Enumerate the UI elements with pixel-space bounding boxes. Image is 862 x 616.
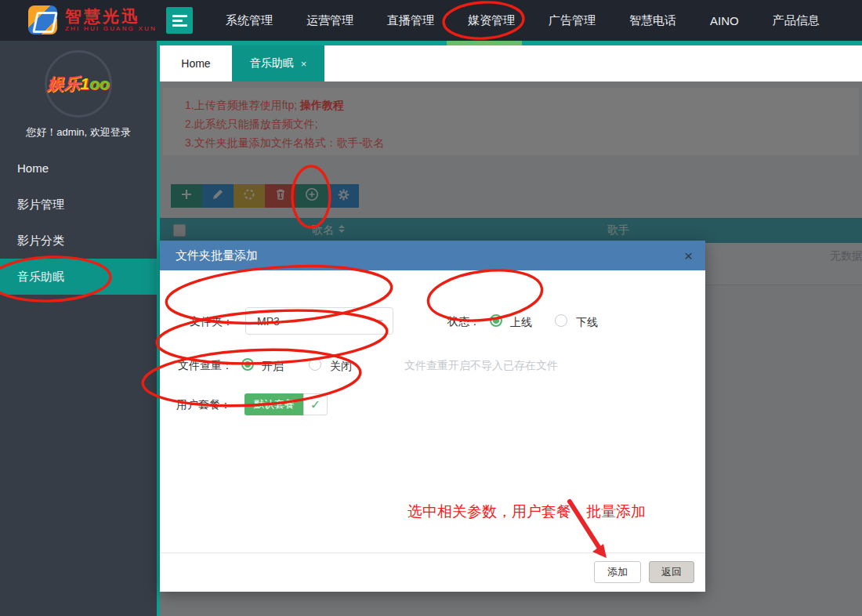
nav-item-system[interactable]: 系统管理 [226,13,273,28]
tab-home[interactable]: Home [160,45,232,82]
nav-item-aino[interactable]: AINO [710,14,739,27]
top-navbar: 智慧光迅 ZHI HUI GUANG XUN 系统管理 运营管理 直播管理 媒资… [0,0,862,41]
status-radio-offline[interactable] [555,314,567,327]
nav-item-live[interactable]: 直播管理 [387,13,434,28]
tab-music-sleep-label: 音乐助眠 [250,56,294,71]
tab-music-sleep[interactable]: 音乐助眠 × [232,45,324,82]
nav-item-phone[interactable]: 智慧电话 [629,13,676,28]
batch-add-modal: 文件夹批量添加 × 文件夹： MP3 状态： 上线 下线 文件查重： 开启 关闭… [160,241,705,592]
dedupe-on-label[interactable]: 开启 [262,360,284,374]
modal-footer: 添加 返回 [160,553,705,592]
avatar: 娱乐1oo [45,50,112,118]
plan-label: 用户套餐： [176,398,231,412]
folder-label: 文件夹： [190,315,234,329]
dedupe-label: 文件查重： [178,359,233,373]
dedupe-off-label[interactable]: 关闭 [330,360,352,374]
plan-check-icon[interactable]: ✓ [303,393,328,415]
dedupe-radio-off[interactable] [309,358,321,371]
status-radio-online[interactable] [490,314,502,327]
status-online-label[interactable]: 上线 [510,316,532,330]
modal-header: 文件夹批量添加 × [160,241,705,270]
sidebar-item-film-category[interactable]: 影片分类 [0,223,157,259]
dedupe-hint-text: 文件查重开启不导入已存在文件 [404,359,558,373]
plan-default-tag[interactable]: 默认套餐 [244,393,304,415]
sidebar-menu: Home 影片管理 影片分类 音乐助眠 [0,150,157,295]
annotation-text: 选中相关参数，用户套餐，批量添加 [407,502,690,522]
confirm-add-button[interactable]: 添加 [594,561,641,583]
back-button[interactable]: 返回 [649,561,694,583]
sidebar-item-films[interactable]: 影片管理 [0,187,157,223]
nav-item-ads[interactable]: 广告管理 [549,13,596,28]
modal-title: 文件夹批量添加 [176,248,684,263]
chevron-down-icon [375,320,383,324]
greeting-text: 您好！admin, 欢迎登录 [0,125,157,140]
dedupe-radio-on[interactable] [241,358,254,371]
sidebar-item-home[interactable]: Home [0,150,157,187]
folder-select-value: MP3 [257,315,280,328]
menu-toggle-button[interactable] [166,7,193,34]
avatar-logo-text: 娱乐1oo [47,73,109,95]
nav-active-indicator [447,41,522,45]
brand-title: 智慧光迅 [65,8,157,25]
status-offline-label[interactable]: 下线 [576,316,598,330]
brand-subtitle: ZHI HUI GUANG XUN [65,25,157,32]
modal-body: 文件夹： MP3 状态： 上线 下线 文件查重： 开启 关闭 文件查重开启不导入… [160,270,705,553]
sidebar-item-music-sleep[interactable]: 音乐助眠 [0,259,157,295]
sidebar: 娱乐1oo 您好！admin, 欢迎登录 Home 影片管理 影片分类 音乐助眠 [0,41,157,616]
nav-item-product[interactable]: 产品信息 [773,13,820,28]
brand-logo: 智慧光迅 ZHI HUI GUANG XUN [28,5,157,34]
brand-logo-icon [28,5,57,34]
status-label: 状态： [447,315,480,329]
navbar-menu: 系统管理 运营管理 直播管理 媒资管理 广告管理 智慧电话 AINO 产品信息 [226,0,820,41]
app-root: 智慧光迅 ZHI HUI GUANG XUN 系统管理 运营管理 直播管理 媒资… [0,0,862,616]
tab-close-icon[interactable]: × [301,58,307,70]
nav-item-media[interactable]: 媒资管理 [468,13,515,28]
nav-item-operations[interactable]: 运营管理 [306,13,353,28]
tab-bar: Home 音乐助眠 × [160,45,862,82]
folder-select[interactable]: MP3 [245,307,393,335]
modal-close-icon[interactable]: × [684,248,693,263]
